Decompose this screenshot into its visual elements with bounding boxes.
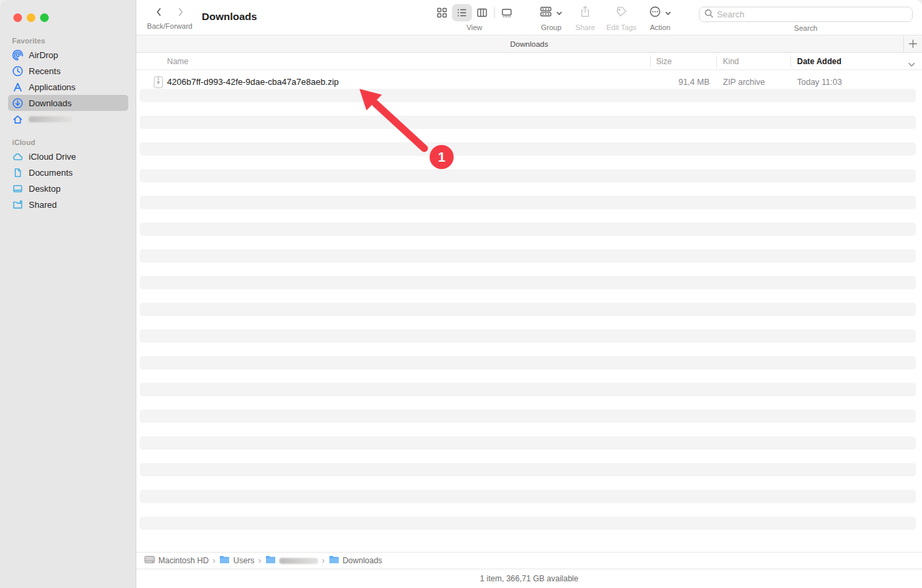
tab-downloads[interactable]: Downloads — [510, 40, 549, 48]
file-size: 91,4 MB — [591, 78, 710, 87]
empty-row-stripe — [140, 89, 916, 102]
sidebar-item-documents[interactable]: Documents — [8, 164, 128, 180]
airdrop-icon — [12, 49, 23, 61]
share-button: Share — [575, 4, 595, 31]
sidebar-item-recents[interactable]: Recents — [8, 63, 128, 79]
hard-drive-icon — [144, 555, 155, 566]
empty-row-stripe — [140, 116, 916, 129]
column-header-size[interactable]: Size — [656, 57, 671, 66]
empty-row-stripe — [140, 436, 916, 450]
redacted-username-label — [279, 558, 318, 564]
chevron-down-icon — [665, 7, 671, 19]
sidebar-item-label: Recents — [29, 66, 61, 76]
share-icon — [579, 5, 591, 21]
sidebar-item-downloads[interactable]: Downloads — [8, 95, 128, 111]
sidebar-item-shared[interactable]: Shared — [8, 196, 128, 212]
desktop-icon — [12, 183, 23, 194]
sidebar: Favorites AirDrop — [0, 0, 136, 588]
action-button[interactable]: Action — [649, 4, 671, 31]
zoom-button[interactable] — [40, 13, 49, 22]
window-title: Downloads — [202, 11, 257, 23]
sidebar-item-icloud-drive[interactable]: iCloud Drive — [8, 148, 128, 164]
folder-icon — [219, 555, 230, 566]
applications-icon — [12, 82, 23, 93]
path-label: Macintosh HD — [158, 556, 208, 565]
empty-row-stripe — [140, 196, 916, 209]
path-item-macintosh-hd[interactable]: Macintosh HD — [144, 555, 208, 566]
table-row[interactable]: 4206b7ff-d993-42fe-9dae-cba47a7e8aeb.zip… — [136, 76, 922, 89]
path-label: Users — [233, 556, 254, 565]
grid-view-icon[interactable] — [432, 4, 452, 21]
back-button[interactable] — [150, 4, 168, 20]
sort-chevron-down-icon[interactable] — [908, 58, 915, 70]
document-icon — [12, 167, 23, 178]
close-button[interactable] — [13, 13, 22, 22]
downloads-icon — [12, 98, 23, 109]
path-item-user-home[interactable] — [265, 555, 318, 566]
group-icon — [540, 6, 553, 20]
forward-button[interactable] — [172, 4, 189, 20]
edit-tags-label: Edit Tags — [606, 23, 636, 31]
group-button[interactable]: Group — [540, 4, 563, 31]
column-header-name[interactable]: Name — [167, 57, 188, 66]
back-forward-label: Back/Forward — [147, 22, 192, 30]
search-input[interactable] — [717, 9, 907, 19]
view-segment-divider — [494, 7, 495, 18]
empty-row-stripe — [140, 276, 916, 289]
column-header-kind[interactable]: Kind — [723, 57, 739, 66]
list-view-icon[interactable] — [452, 4, 472, 21]
view-label: View — [466, 23, 482, 31]
breadcrumb-separator: › — [212, 556, 215, 565]
file-date-added: Today 11:03 — [797, 78, 842, 87]
column-header-row: Name Size Kind Date Added — [136, 53, 922, 70]
share-label: Share — [575, 23, 595, 31]
empty-row-stripe — [140, 410, 916, 423]
recents-clock-icon — [12, 65, 23, 77]
sidebar-item-airdrop[interactable]: AirDrop — [8, 47, 128, 63]
empty-row-stripe — [140, 303, 916, 316]
empty-row-stripe — [140, 356, 916, 370]
status-text: 1 item, 366,71 GB available — [480, 574, 578, 583]
content-pane: Back/Forward Downloads — [136, 0, 922, 588]
path-bar: Macintosh HD › Users › › Dow — [136, 552, 922, 569]
icloud-drive-icon — [12, 151, 23, 162]
empty-row-stripe — [140, 490, 916, 503]
sidebar-item-label: Downloads — [29, 98, 71, 108]
traffic-lights — [13, 13, 49, 22]
column-divider[interactable] — [650, 55, 651, 67]
group-label: Group — [541, 23, 562, 31]
back-forward-group: Back/Forward — [147, 4, 192, 30]
sidebar-item-desktop[interactable]: Desktop — [8, 180, 128, 196]
sidebar-item-applications[interactable]: Applications — [8, 79, 128, 95]
home-icon — [12, 114, 23, 125]
sidebar-item-label: Shared — [29, 200, 57, 210]
path-item-users[interactable]: Users — [219, 555, 254, 566]
zip-file-icon — [154, 76, 163, 91]
view-control: View — [432, 4, 517, 31]
breadcrumb-separator: › — [322, 556, 325, 565]
empty-row-stripe — [140, 517, 916, 530]
column-view-icon[interactable] — [472, 4, 492, 21]
empty-row-stripe — [140, 463, 916, 476]
breadcrumb-separator: › — [259, 556, 261, 565]
new-tab-button[interactable] — [903, 35, 922, 52]
redacted-username-label — [29, 116, 73, 122]
folder-icon — [329, 555, 339, 566]
minimize-button[interactable] — [27, 13, 35, 22]
finder-window: Favorites AirDrop — [0, 0, 922, 588]
column-header-date-added[interactable]: Date Added — [797, 57, 841, 66]
path-item-downloads[interactable]: Downloads — [329, 555, 382, 566]
column-divider[interactable] — [716, 55, 717, 67]
column-divider[interactable] — [790, 55, 791, 67]
search-field[interactable] — [699, 7, 913, 22]
chevron-down-icon — [556, 7, 563, 19]
tab-bar: Downloads — [136, 35, 922, 53]
file-list: 4206b7ff-d993-42fe-9dae-cba47a7e8aeb.zip… — [136, 70, 922, 552]
sidebar-item-home[interactable] — [8, 111, 128, 127]
sidebar-item-label: iCloud Drive — [29, 152, 76, 162]
gallery-view-icon[interactable] — [497, 4, 517, 21]
folder-icon — [265, 555, 276, 566]
empty-row-stripe — [140, 329, 916, 343]
file-kind: ZIP archive — [723, 78, 765, 87]
status-bar: 1 item, 366,71 GB available — [136, 569, 922, 588]
